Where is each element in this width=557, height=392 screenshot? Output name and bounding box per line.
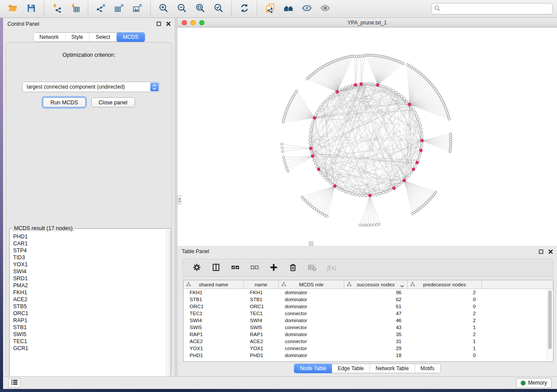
open-session-button[interactable] [4, 2, 21, 16]
memory-button[interactable]: Memory [516, 378, 552, 388]
table-row[interactable]: SWI4SWI4dominator462 [183, 317, 553, 324]
settings-button[interactable] [189, 261, 204, 275]
deselect-all-button[interactable] [247, 261, 262, 275]
mcds-result-item[interactable]: SWI5 [13, 331, 165, 338]
cell-name: RAP1 [244, 332, 279, 337]
result-list-scrollbar[interactable] [166, 230, 170, 389]
mcds-result-item[interactable]: STB1 [13, 324, 165, 331]
tab-edge-table[interactable]: Edge Table [332, 364, 370, 373]
mcds-result-item[interactable]: PHD1 [13, 233, 165, 240]
clone-network-button[interactable] [262, 2, 278, 16]
zoom-selected-button[interactable] [210, 2, 227, 16]
minimize-window-icon[interactable] [190, 20, 196, 25]
mcds-result-item[interactable]: GCR1 [13, 345, 165, 352]
mcds-result-item[interactable]: STP4 [13, 247, 165, 254]
export-image-button[interactable] [129, 2, 146, 16]
column-header-name[interactable]: name [244, 280, 279, 289]
mcds-result-item[interactable]: STB5 [13, 303, 165, 310]
delete-row-button[interactable] [285, 261, 300, 275]
tab-network-table[interactable]: Network Table [370, 364, 415, 373]
table-row[interactable]: TEC1TEC1connector472 [183, 310, 553, 317]
column-header-predecessor-nodes[interactable]: predecessor nodes [408, 280, 482, 289]
splitter-handle[interactable] [309, 241, 313, 246]
apply-layout-icon [239, 3, 249, 14]
table-row[interactable]: ORC1ORC1dominator610 [183, 303, 553, 310]
main-toolbar [0, 0, 557, 18]
column-header-MCDS-role[interactable]: MCDS role [279, 280, 344, 289]
column-header-successor-nodes[interactable]: successor nodes [344, 280, 408, 289]
network-canvas[interactable] [177, 28, 557, 246]
table-row[interactable]: PHD1PHD1dominator180 [183, 352, 553, 359]
table-row[interactable]: SWI5SWI5connector431 [183, 324, 553, 331]
import-network-button[interactable] [48, 2, 65, 16]
close-table-panel-icon[interactable] [547, 248, 554, 254]
mcds-result-item[interactable]: SWI4 [13, 268, 165, 275]
add-row-button[interactable] [266, 261, 281, 275]
close-panel-icon[interactable] [165, 21, 171, 27]
home-views-button[interactable] [280, 2, 297, 16]
mcds-result-item[interactable]: SRD1 [13, 275, 165, 282]
tab-select[interactable]: Select [90, 33, 117, 41]
export-table-icon [114, 3, 125, 14]
cell-shared-name: STB1 [183, 297, 244, 302]
zoom-in-button[interactable] [155, 2, 172, 16]
apply-layout-button[interactable] [236, 2, 253, 16]
table-scrollbar[interactable] [547, 289, 553, 361]
run-mcds-button[interactable]: Run MCDS [43, 97, 85, 107]
table-row[interactable]: FKH1FKH1dominator962 [183, 289, 553, 296]
cell-MCDS-role: connector [279, 346, 344, 351]
export-table-button[interactable] [111, 2, 128, 16]
tab-node-table[interactable]: Node Table [294, 364, 332, 373]
task-history-button[interactable] [8, 378, 21, 388]
zoom-out-button[interactable] [173, 2, 190, 16]
float-table-panel-icon[interactable] [538, 248, 544, 254]
toolbar-icon-groups [4, 1, 333, 16]
sort-desc-icon [400, 283, 404, 289]
hide-panels-button[interactable] [298, 2, 315, 16]
tab-style[interactable]: Style [65, 33, 90, 41]
zoom-fit-button[interactable] [192, 2, 208, 16]
tab-network[interactable]: Network [33, 33, 65, 41]
mcds-result-item[interactable]: YOX1 [13, 261, 165, 268]
cell-name: ACE2 [244, 339, 279, 344]
cell-MCDS-role: connector [279, 339, 344, 344]
cell-predecessor-nodes: 2 [408, 318, 482, 323]
save-session-button[interactable] [23, 2, 39, 16]
node-table: shared namenameMCDS rolesuccessor nodesp… [183, 280, 554, 362]
close-window-icon[interactable] [182, 20, 187, 25]
mcds-result-item[interactable]: ACE2 [13, 296, 165, 303]
show-panels-icon [320, 3, 330, 14]
export-network-button[interactable] [93, 2, 109, 16]
table-row[interactable]: YOX1YOX1connector291 [183, 345, 553, 352]
column-header-shared-name[interactable]: shared name [183, 280, 244, 289]
show-columns-button[interactable] [208, 261, 223, 275]
table-row[interactable]: STB1STB1dominator620 [183, 296, 553, 303]
zoom-window-icon[interactable] [199, 20, 204, 25]
mcds-result-item[interactable]: TEC1 [13, 338, 165, 345]
search-input[interactable] [442, 6, 550, 12]
table-scrollbar-thumb[interactable] [548, 290, 552, 349]
tab-mcds[interactable]: MCDS [116, 32, 145, 42]
show-panels-button[interactable] [317, 2, 333, 16]
mcds-result-item[interactable]: ORC1 [13, 310, 165, 317]
mcds-result-groupbox: MCDS result (17 nodes) PHD1CAR1STP4TID3Y… [9, 228, 171, 391]
import-table-button[interactable] [67, 2, 83, 16]
function-builder-icon: f(x) [327, 263, 336, 273]
float-panel-icon[interactable] [156, 21, 162, 27]
mcds-result-item[interactable]: RAP1 [13, 317, 165, 324]
mcds-result-title: MCDS result (17 nodes) [12, 225, 74, 231]
optimization-select[interactable]: largest connected component (undirected) [22, 82, 159, 92]
mcds-result-item[interactable]: TID3 [13, 254, 165, 261]
select-all-button[interactable] [228, 261, 242, 275]
network-graph [177, 28, 557, 246]
tab-motifs[interactable]: Motifs [415, 364, 440, 373]
canvas-scroll-arrows[interactable] [177, 195, 181, 205]
close-panel-button[interactable]: Close panel [91, 97, 135, 107]
mcds-result-item[interactable]: FKH1 [13, 289, 165, 296]
mcds-result-item[interactable]: CAR1 [13, 240, 165, 247]
mcds-result-item[interactable]: PMA2 [13, 282, 165, 289]
cell-successor-nodes: 35 [344, 332, 408, 337]
cell-name: FKH1 [244, 290, 279, 295]
table-row[interactable]: ACE2ACE2connector311 [183, 338, 553, 345]
table-row[interactable]: RAP1RAP1dominator352 [183, 331, 553, 338]
